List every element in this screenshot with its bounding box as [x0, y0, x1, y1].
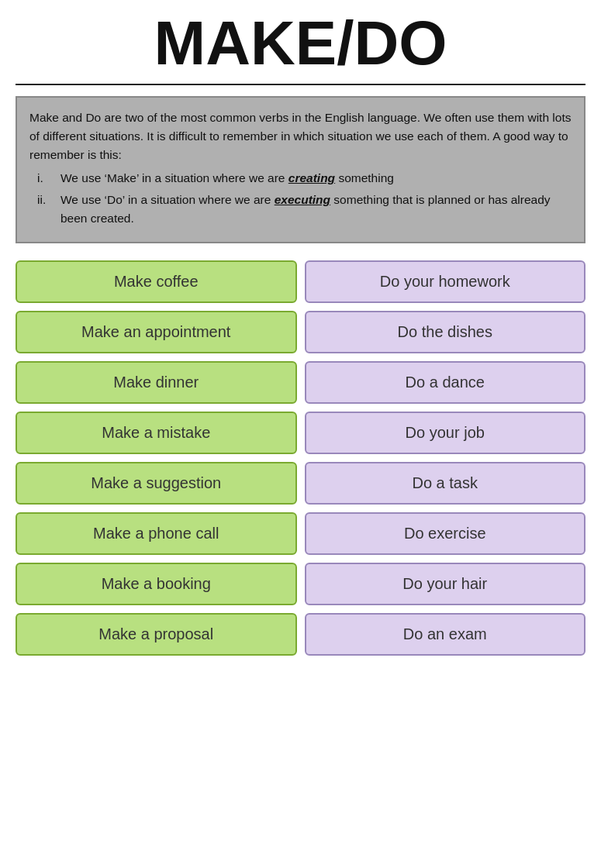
make-btn-1[interactable]: Make an appointment: [16, 311, 297, 353]
rule-2-num: ii.: [37, 191, 54, 228]
make-btn-4[interactable]: Make a suggestion: [16, 462, 297, 505]
rules-list: i. We use ‘Make’ in a situation where we…: [29, 169, 572, 228]
do-btn-4[interactable]: Do a task: [305, 462, 586, 505]
title-divider: [16, 84, 585, 85]
make-btn-0[interactable]: Make coffee: [16, 260, 297, 303]
rule-2-text: We use ‘Do’ in a situation where we are …: [60, 191, 572, 228]
do-btn-5[interactable]: Do exercise: [305, 512, 586, 555]
rule-1: i. We use ‘Make’ in a situation where we…: [37, 169, 572, 188]
intro-paragraph: Make and Do are two of the most common v…: [29, 108, 572, 164]
rule-2: ii. We use ‘Do’ in a situation where we …: [37, 191, 572, 228]
make-btn-2[interactable]: Make dinner: [16, 361, 297, 404]
do-btn-0[interactable]: Do your homework: [305, 260, 586, 303]
make-btn-5[interactable]: Make a phone call: [16, 512, 297, 555]
phrases-grid: Make coffeeDo your homeworkMake an appoi…: [16, 260, 585, 656]
rule-1-text: We use ‘Make’ in a situation where we ar…: [60, 169, 394, 188]
info-box: Make and Do are two of the most common v…: [16, 96, 585, 243]
do-btn-1[interactable]: Do the dishes: [305, 311, 586, 353]
make-btn-3[interactable]: Make a mistake: [16, 412, 297, 454]
do-btn-6[interactable]: Do your hair: [305, 563, 586, 605]
do-btn-2[interactable]: Do a dance: [305, 361, 586, 404]
make-btn-6[interactable]: Make a booking: [16, 563, 297, 605]
do-btn-7[interactable]: Do an exam: [305, 613, 586, 656]
page-title: MAKE/DO: [154, 8, 447, 79]
make-btn-7[interactable]: Make a proposal: [16, 613, 297, 656]
rule-1-num: i.: [37, 169, 54, 188]
do-btn-3[interactable]: Do your job: [305, 412, 586, 454]
